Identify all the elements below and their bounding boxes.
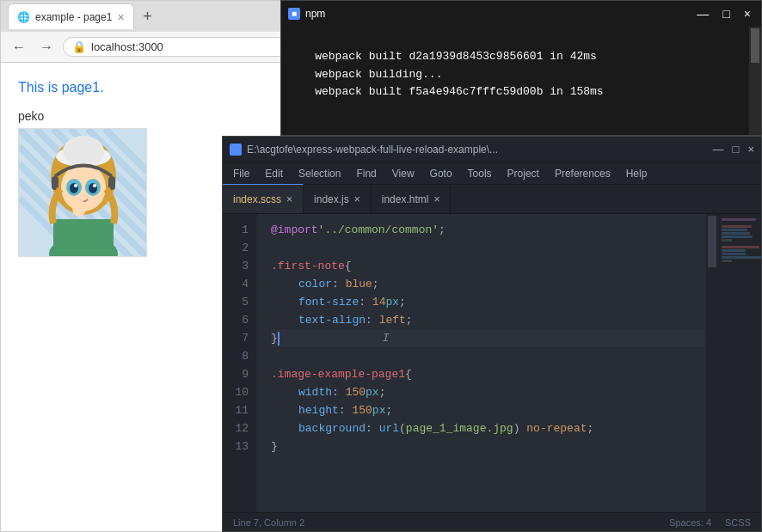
menu-project[interactable]: Project [501,166,546,181]
menu-goto[interactable]: Goto [423,166,459,181]
editor-minimap [718,214,761,512]
tab-index-scss[interactable]: index.scss × [223,184,304,213]
tab-js-label: index.js [314,193,349,205]
tab-close-button[interactable]: × [117,10,124,24]
code-line-8 [271,347,704,365]
code-line-12: background: url(page_1_image.jpg) no-rep… [271,419,704,437]
cursor-position: Line 7, Column 2 [233,517,304,528]
cmd-close-button[interactable]: × [740,7,754,21]
editor-maximize-button[interactable]: □ [733,143,740,156]
menu-help[interactable]: Help [619,166,654,181]
editor-statusbar: Line 7, Column 2 Spaces: 4 SCSS [223,512,761,531]
editor-title-text: E:\acgtofe\express-webpack-full-live-rel… [230,144,498,156]
code-line-1: @import '../common/common'; [271,221,704,239]
editor-scrollbar[interactable] [706,214,718,512]
tab-title: example - page1 [35,11,112,23]
cmd-title-text: npm [305,8,325,20]
menu-preferences[interactable]: Preferences [548,166,618,181]
menu-view[interactable]: View [385,166,421,181]
editor-window-controls: — □ × [713,143,754,156]
menu-edit[interactable]: Edit [258,166,290,181]
editor-window: E:\acgtofe\express-webpack-full-live-rel… [222,136,762,532]
cmd-maximize-button[interactable]: □ [719,7,733,21]
editor-scrollbar-thumb [708,216,716,267]
url-text: localhost:3000 [91,40,163,53]
code-line-7: }I [271,329,704,347]
editor-minimize-button[interactable]: — [713,143,724,156]
language-mode: SCSS [725,517,751,528]
cmd-line-1: webpack built d2a1939d8453c9856601 in 42… [315,50,597,63]
code-line-2 [271,239,704,257]
svg-point-15 [63,136,104,167]
cmd-controls: — □ × [693,7,754,21]
new-tab-button[interactable]: + [138,6,158,27]
tab-scss-label: index.scss [233,193,281,205]
lock-icon: 🔒 [72,40,86,53]
svg-point-21 [74,184,77,187]
browser-tab[interactable]: 🌐 example - page1 × [8,3,134,29]
tab-scss-close[interactable]: × [286,193,292,205]
statusbar-left: Line 7, Column 2 [233,517,304,528]
cmd-scrollbar-thumb [751,28,759,63]
tab-index-html[interactable]: index.html × [372,184,452,213]
code-content[interactable]: @import '../common/common'; .first-note … [257,214,718,512]
cmd-line-2: webpack building... [315,68,442,81]
menu-file[interactable]: File [226,166,256,181]
svg-point-25 [72,199,86,217]
code-line-13: } [271,437,704,456]
editor-titlebar: E:\acgtofe\express-webpack-full-live-rel… [223,137,761,162]
editor-body: 1 2 3 4 5 6 7 8 9 10 11 12 13 @import '.… [223,214,761,512]
code-line-6: text-align: left; [271,311,704,329]
tab-index-js[interactable]: index.js × [304,184,372,213]
editor-tabs: index.scss × index.js × index.html × [223,185,761,214]
menu-find[interactable]: Find [349,166,383,181]
cmd-title: ■ npm [288,8,325,20]
back-button[interactable]: ← [8,36,30,58]
forward-button[interactable]: → [35,36,58,58]
editor-close-button[interactable]: × [747,143,754,156]
statusbar-right: Spaces: 4 SCSS [669,517,751,528]
anime-image [18,128,147,257]
cmd-window: ■ npm — □ × webpack built d2a1939d8453c9… [280,0,762,136]
code-line-9: .image-example-page1 { [271,365,704,383]
tab-favicon: 🌐 [17,11,30,23]
code-line-5: font-size: 14px; [271,293,704,311]
svg-point-22 [93,184,96,187]
menu-tools[interactable]: Tools [461,166,499,181]
editor-menubar: File Edit Selection Find View Goto Tools… [223,162,761,185]
code-line-11: height: 150px; [271,401,704,419]
code-line-3: .first-note { [271,257,704,275]
line-numbers: 1 2 3 4 5 6 7 8 9 10 11 12 13 [223,214,257,512]
cmd-minimize-button[interactable]: — [693,7,712,21]
code-line-4: color: blue; [271,275,704,293]
menu-selection[interactable]: Selection [292,166,347,181]
cmd-scrollbar[interactable] [749,27,761,135]
cmd-icon: ■ [288,8,300,20]
tab-html-label: index.html [382,193,429,205]
svg-rect-12 [53,219,114,257]
tab-js-close[interactable]: × [354,193,360,205]
cmd-titlebar: ■ npm — □ × [281,1,761,27]
indentation-info: Spaces: 4 [669,517,711,528]
cmd-content: webpack built d2a1939d8453c9856601 in 42… [281,27,761,123]
editor-app-icon [230,144,242,156]
cmd-line-3: webpack built f5a4e946c7fffc59d00b in 15… [315,85,603,98]
editor-path: E:\acgtofe\express-webpack-full-live-rel… [247,144,498,156]
code-line-10: width: 150px; [271,383,704,401]
tab-html-close[interactable]: × [433,193,439,205]
